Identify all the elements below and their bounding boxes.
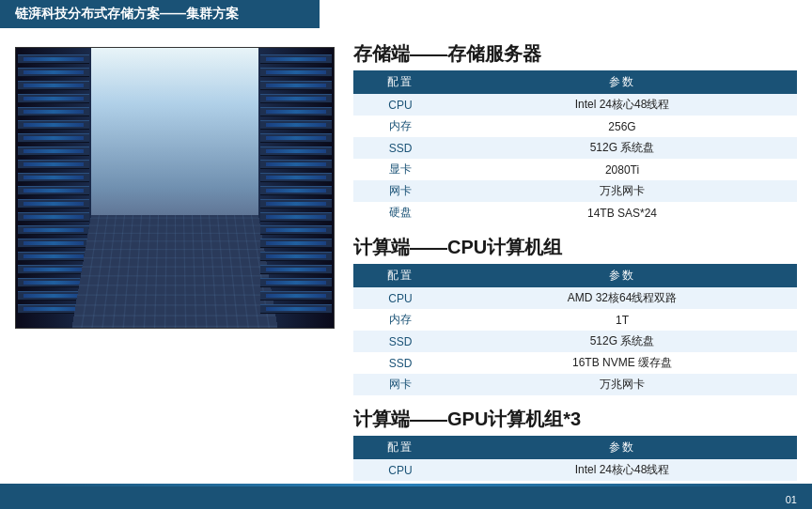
compute-cpu-table: 配置 参数 CPUAMD 32核64线程双路内存1TSSD512G 系统盘SSD… <box>353 264 797 395</box>
rack-strip <box>260 94 332 103</box>
compute-cpu-section: 计算端——CPU计算机组 配置 参数 CPUAMD 32核64线程双路内存1TS… <box>353 231 797 395</box>
table-row: 内存256G <box>353 116 797 137</box>
rack-strip <box>260 291 332 301</box>
config-cell: 内存 <box>353 309 447 331</box>
header-title: 链湃科技分布式存储方案——集群方案 <box>15 6 239 21</box>
config-cell: 网卡 <box>353 180 447 202</box>
rack-strip <box>260 173 332 182</box>
rack-strip <box>18 265 89 274</box>
rack-strip <box>260 278 332 287</box>
page-footer: 01 <box>0 486 812 509</box>
rack-strip <box>260 199 332 208</box>
param-cell: 2080Ti <box>447 159 797 180</box>
table-row: SSD16TB NVME 缓存盘 <box>353 352 797 374</box>
rack-strip <box>18 94 89 103</box>
col2-header: 参数 <box>447 70 797 94</box>
param-cell: 256G <box>447 116 797 137</box>
table-row: SSD512G 系统盘 <box>353 331 797 352</box>
param-cell: 14TB SAS*24 <box>447 202 797 224</box>
rack-strip <box>18 54 89 64</box>
config-cell: CPU <box>353 94 447 116</box>
rack-strip <box>260 252 332 261</box>
param-cell: 512G 系统盘 <box>447 137 797 159</box>
rack-strip <box>18 147 89 156</box>
storage-server-section: 存储端——存储服务器 配置 参数 CPUIntel 24核心48线程内存256G… <box>353 38 797 224</box>
col2-header: 参数 <box>447 436 797 459</box>
page-header: 链湃科技分布式存储方案——集群方案 <box>0 0 320 28</box>
rack-strip <box>260 81 332 90</box>
rack-strip <box>260 304 332 314</box>
rack-strip <box>18 225 89 235</box>
compute-cpu-tbody: CPUAMD 32核64线程双路内存1TSSD512G 系统盘SSD16TB N… <box>353 287 797 395</box>
corridor-visual <box>16 48 334 328</box>
table-row: 硬盘14TB SAS*24 <box>353 202 797 224</box>
compute-gpu-title: 计算端——GPU计算机组*3 <box>353 407 797 432</box>
image-area <box>15 47 335 509</box>
table-header-row: 配置 参数 <box>353 70 797 94</box>
rack-strip <box>260 265 332 274</box>
rack-strip <box>18 173 89 182</box>
rack-strip <box>18 160 89 169</box>
compute-cpu-title: 计算端——CPU计算机组 <box>353 235 797 260</box>
rack-strip <box>260 186 332 195</box>
floor-grid <box>70 215 280 329</box>
rack-strip <box>18 81 89 90</box>
rack-strip <box>260 212 332 222</box>
center-corridor <box>91 48 258 328</box>
config-cell: SSD <box>353 331 447 352</box>
tables-area: 存储端——存储服务器 配置 参数 CPUIntel 24核心48线程内存256G… <box>353 38 797 509</box>
param-cell: Intel 24核心48线程 <box>447 94 797 116</box>
table-header-row: 配置 参数 <box>353 436 797 459</box>
main-content: 存储端——存储服务器 配置 参数 CPUIntel 24核心48线程内存256G… <box>0 28 812 509</box>
col1-header: 配置 <box>353 264 447 287</box>
server-room-image <box>15 47 335 329</box>
table-row: 网卡万兆网卡 <box>353 180 797 202</box>
col1-header: 配置 <box>353 70 447 94</box>
rack-strip <box>18 120 89 130</box>
param-cell: 512G 系统盘 <box>447 331 797 352</box>
rack-strip <box>18 212 89 222</box>
table-row: CPUIntel 24核心48线程 <box>353 94 797 116</box>
config-cell: 硬盘 <box>353 202 447 224</box>
config-cell: 内存 <box>353 116 447 137</box>
table-row: CPUIntel 24核心48线程 <box>353 459 797 481</box>
rack-strip <box>18 107 89 116</box>
table-row: 显卡2080Ti <box>353 159 797 180</box>
rack-strip <box>260 68 332 77</box>
rack-strip <box>18 239 89 248</box>
col2-header: 参数 <box>447 264 797 287</box>
table-row: SSD512G 系统盘 <box>353 137 797 159</box>
col1-header: 配置 <box>353 436 447 459</box>
rack-strip <box>260 147 332 156</box>
config-cell: CPU <box>353 287 447 309</box>
page-number: 01 <box>786 494 797 505</box>
storage-server-tbody: CPUIntel 24核心48线程内存256GSSD512G 系统盘显卡2080… <box>353 94 797 224</box>
table-row: CPUAMD 32核64线程双路 <box>353 287 797 309</box>
rack-strip <box>260 120 332 130</box>
param-cell: 16TB NVME 缓存盘 <box>447 352 797 374</box>
config-cell: SSD <box>353 137 447 159</box>
param-cell: 1T <box>447 309 797 331</box>
right-rack-column <box>258 48 334 328</box>
rack-strip <box>260 239 332 248</box>
rack-strip <box>260 225 332 235</box>
rack-strip <box>18 68 89 77</box>
config-cell: CPU <box>353 459 447 481</box>
rack-strip <box>18 199 89 208</box>
rack-strip <box>260 133 332 143</box>
param-cell: 万兆网卡 <box>447 180 797 202</box>
rack-strip <box>18 252 89 261</box>
config-cell: 网卡 <box>353 374 447 395</box>
table-header-row: 配置 参数 <box>353 264 797 287</box>
config-cell: SSD <box>353 352 447 374</box>
rack-strip <box>260 54 332 64</box>
table-row: 网卡万兆网卡 <box>353 374 797 395</box>
param-cell: Intel 24核心48线程 <box>447 459 797 481</box>
table-row: 内存1T <box>353 309 797 331</box>
param-cell: AMD 32核64线程双路 <box>447 287 797 309</box>
rack-strip <box>18 133 89 143</box>
param-cell: 万兆网卡 <box>447 374 797 395</box>
storage-server-table: 配置 参数 CPUIntel 24核心48线程内存256GSSD512G 系统盘… <box>353 70 797 224</box>
rack-strip <box>18 186 89 195</box>
rack-strip <box>260 160 332 169</box>
